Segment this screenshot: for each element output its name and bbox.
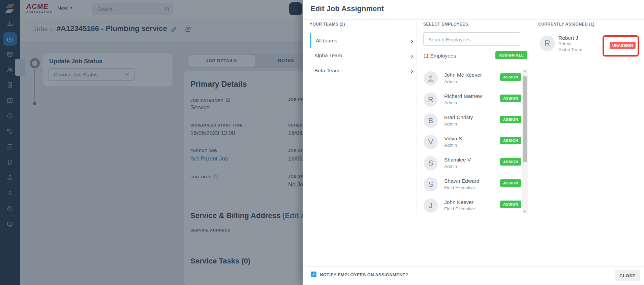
employee-list-scrollbar[interactable]: ▲ ▼ (522, 69, 528, 214)
list-divider (423, 64, 524, 64)
chevron-right-icon: › (411, 67, 413, 75)
avatar: R (424, 93, 438, 107)
close-button[interactable]: CLOSE (615, 270, 640, 281)
chevron-right-icon: › (411, 37, 413, 45)
employee-search (423, 32, 521, 46)
assign-button[interactable]: ASSIGN (500, 201, 521, 208)
person-silhouette-icon (426, 73, 436, 83)
assigned-role: Admin (558, 41, 571, 46)
notify-checkbox-label: NOTIFY EMPLOYEES ON ASSIGNMENT? (320, 272, 408, 277)
assign-button[interactable]: ASSIGN (500, 158, 521, 166)
assigned-team: Alpha Team (558, 47, 582, 52)
assign-button[interactable]: ASSIGN (500, 137, 521, 144)
notify-checkbox[interactable]: ✓ (311, 272, 316, 277)
assign-all-button[interactable]: ASSIGN ALL (495, 51, 527, 59)
team-item-all-teams[interactable]: All teams › (310, 33, 417, 48)
employee-row: J John Keever Field Executive ASSIGN (423, 199, 521, 214)
avatar: S (424, 177, 438, 191)
column-divider (417, 21, 417, 215)
scroll-down-icon[interactable]: ▼ (522, 210, 528, 213)
currently-assigned-label: CURRENTLY ASSIGNED (1) (538, 22, 594, 27)
selected-indicator (310, 33, 311, 48)
column-divider (534, 21, 534, 215)
avatar (424, 71, 438, 85)
team-item-alpha-team[interactable]: Alpha Team › (310, 48, 417, 63)
avatar: S (424, 156, 438, 170)
chevron-right-icon: › (411, 51, 413, 60)
avatar: V (424, 135, 438, 149)
unassign-button[interactable]: UNASSIGN (610, 42, 636, 49)
team-item-beta-team[interactable]: Beta Team › (310, 63, 417, 78)
employee-count: 11 Employees (423, 53, 456, 59)
employee-row: V Vidya S Admin ASSIGN (423, 135, 521, 151)
annotation-highlight-box: UNASSIGN (603, 35, 639, 57)
avatar: B (424, 114, 438, 128)
modal-title: Edit Job Assignment (310, 4, 384, 13)
edit-job-assignment-modal: Edit Job Assignment YOUR TEAMS (2) All t… (303, 0, 644, 285)
your-teams-label: YOUR TEAMS (2) (310, 22, 345, 27)
employee-row: John Mc Keever Admin ASSIGN (423, 71, 521, 87)
avatar: J (424, 199, 438, 213)
app-screen: ACME CORPORATION New▼ Jobs › #A12345166 … (0, 0, 644, 285)
avatar: R (540, 36, 555, 51)
assigned-name: Robert J (558, 35, 578, 41)
employee-row: S Shamilee V Admin ASSIGN (423, 156, 521, 172)
employee-list: John Mc Keever Admin ASSIGN R Richard Ma… (423, 69, 521, 214)
modal-footer: ✓ NOTIFY EMPLOYEES ON ASSIGNMENT? CLOSE (303, 266, 644, 285)
employee-search-input[interactable] (428, 33, 517, 46)
assign-button[interactable]: ASSIGN (500, 116, 521, 123)
assign-button[interactable]: ASSIGN (500, 95, 521, 102)
assign-button[interactable]: ASSIGN (500, 73, 521, 81)
employee-row: R Richard Mathew Admin ASSIGN (423, 93, 521, 109)
scroll-up-icon[interactable]: ▲ (522, 70, 528, 73)
scrollbar-thumb[interactable] (523, 76, 527, 162)
employee-row: S Shawn Edward Field Executive ASSIGN (423, 177, 521, 193)
modal-backdrop[interactable] (0, 0, 303, 285)
assign-button[interactable]: ASSIGN (500, 179, 521, 187)
check-icon: ✓ (312, 272, 315, 277)
employee-row: B Brad Christy Admin ASSIGN (423, 114, 521, 130)
modal-header-divider (303, 19, 644, 20)
select-employees-label: SELECT EMPLOYEES (423, 22, 468, 27)
